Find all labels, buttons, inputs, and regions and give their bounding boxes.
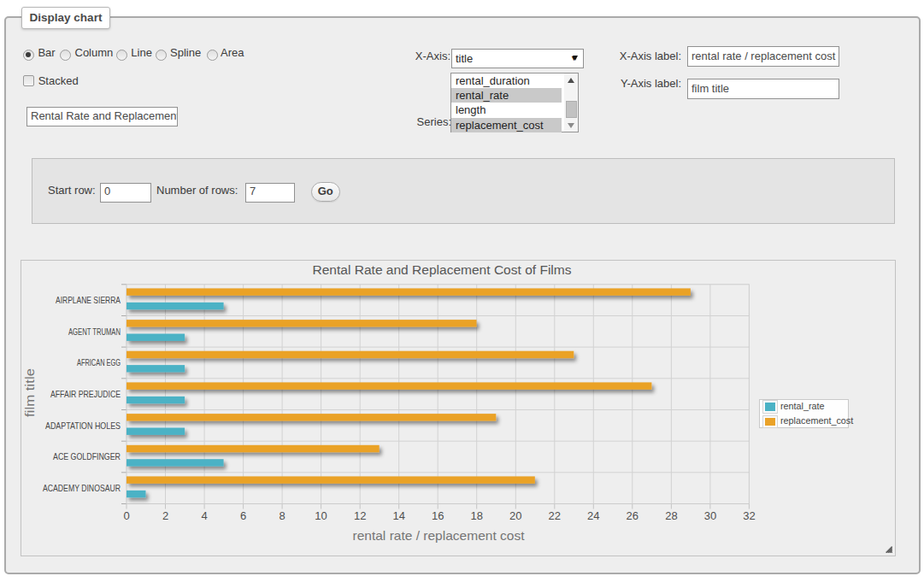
svg-text:10: 10 bbox=[315, 509, 327, 522]
svg-text:AFRICAN EGG: AFRICAN EGG bbox=[77, 357, 121, 367]
svg-text:ACADEMY DINOSAUR: ACADEMY DINOSAUR bbox=[43, 483, 121, 493]
svg-text:6: 6 bbox=[240, 509, 246, 522]
svg-text:14: 14 bbox=[392, 509, 404, 522]
svg-text:2: 2 bbox=[162, 509, 168, 522]
svg-text:8: 8 bbox=[279, 509, 285, 522]
svg-text:12: 12 bbox=[354, 509, 366, 522]
svg-text:20: 20 bbox=[509, 509, 521, 522]
svg-text:18: 18 bbox=[470, 509, 482, 522]
svg-text:ACE GOLDFINGER: ACE GOLDFINGER bbox=[53, 451, 121, 461]
svg-text:32: 32 bbox=[743, 509, 755, 522]
svg-text:22: 22 bbox=[549, 509, 561, 522]
svg-text:26: 26 bbox=[627, 509, 639, 522]
svg-text:AGENT TRUMAN: AGENT TRUMAN bbox=[68, 326, 121, 337]
svg-text:AIRPLANE SIERRA: AIRPLANE SIERRA bbox=[56, 295, 121, 305]
svg-text:30: 30 bbox=[704, 509, 716, 522]
svg-text:ADAPTATION HOLES: ADAPTATION HOLES bbox=[45, 420, 121, 431]
svg-text:4: 4 bbox=[201, 509, 207, 522]
svg-text:16: 16 bbox=[432, 509, 444, 522]
svg-text:film title: film title bbox=[22, 368, 37, 417]
svg-text:0: 0 bbox=[123, 509, 129, 522]
svg-text:AFFAIR PREJUDICE: AFFAIR PREJUDICE bbox=[50, 389, 121, 399]
svg-text:rental rate / replacement cost: rental rate / replacement cost bbox=[353, 528, 526, 543]
svg-text:Rental Rate and Replacement Co: Rental Rate and Replacement Cost of Film… bbox=[313, 262, 572, 277]
svg-text:28: 28 bbox=[665, 509, 677, 522]
svg-text:24: 24 bbox=[587, 509, 599, 522]
